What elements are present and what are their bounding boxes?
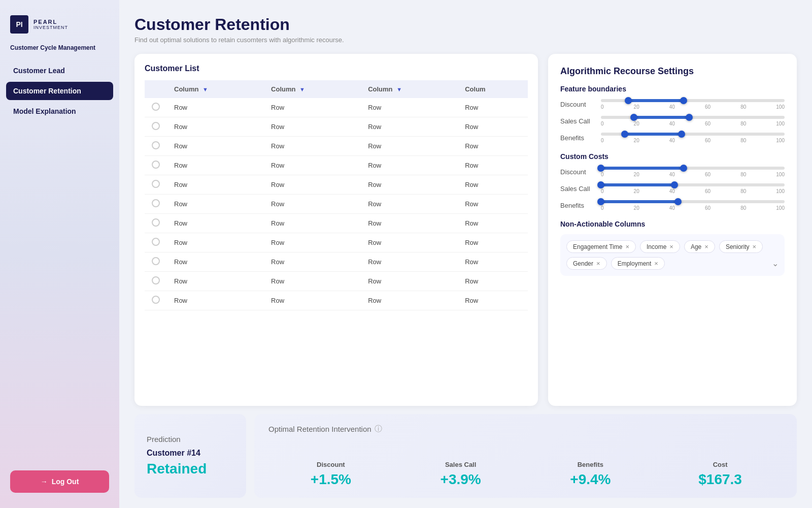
prediction-status: Retained: [147, 461, 234, 477]
row-radio[interactable]: [152, 257, 160, 265]
row-radio-cell[interactable]: [145, 156, 167, 175]
slider-track[interactable]: [601, 116, 785, 119]
tag-remove-icon[interactable]: ×: [625, 243, 629, 250]
table-cell: Row: [458, 233, 528, 252]
table-row[interactable]: RowRowRowRow: [145, 195, 528, 214]
tag-employment: Employment×: [611, 257, 665, 270]
row-radio-cell[interactable]: [145, 98, 167, 117]
tag-remove-icon[interactable]: ×: [669, 243, 673, 250]
tag-remove-icon[interactable]: ×: [704, 243, 708, 250]
slider-track-wrap[interactable]: 020406080100: [601, 116, 785, 126]
table-cell: Row: [458, 291, 528, 310]
slider-row-benefits: Benefits020406080100: [560, 200, 785, 211]
slider-track-wrap[interactable]: 020406080100: [601, 133, 785, 143]
slider-track-wrap[interactable]: 020406080100: [601, 200, 785, 211]
row-radio[interactable]: [152, 276, 160, 284]
table-header-col3[interactable]: Column ▼: [361, 80, 458, 98]
slider-thumb-left[interactable]: [621, 131, 628, 138]
slider-thumb-left[interactable]: [625, 97, 632, 104]
tag-label: Age: [691, 243, 701, 250]
slider-track-wrap[interactable]: 020406080100: [601, 99, 785, 110]
slider-track-wrap[interactable]: 020406080100: [601, 167, 785, 177]
row-radio-cell[interactable]: [145, 117, 167, 137]
sidebar-item-customer-retention[interactable]: Customer Retention: [6, 82, 113, 100]
table-cell: Row: [458, 156, 528, 175]
row-radio[interactable]: [152, 161, 160, 169]
table-cell: Row: [167, 156, 264, 175]
sidebar-item-model-explanation[interactable]: Model Explanation: [6, 102, 113, 120]
tag-remove-icon[interactable]: ×: [596, 260, 600, 267]
slider-thumb-left[interactable]: [630, 114, 637, 121]
slider-thumb-right[interactable]: [680, 165, 687, 172]
table-row[interactable]: RowRowRowRow: [145, 272, 528, 291]
slider-track-wrap[interactable]: 020406080100: [601, 183, 785, 194]
row-radio-cell[interactable]: [145, 137, 167, 156]
slider-label: Sales Call: [560, 117, 596, 125]
slider-track[interactable]: [601, 133, 785, 136]
row-radio[interactable]: [152, 199, 160, 207]
logo-brand: PEARL: [33, 19, 68, 25]
table-row[interactable]: RowRowRowRow: [145, 98, 528, 117]
slider-track[interactable]: [601, 99, 785, 102]
table-cell: Row: [167, 252, 264, 272]
table-cell: Row: [361, 156, 458, 175]
tag-remove-icon[interactable]: ×: [654, 260, 658, 267]
table-cell: Row: [167, 214, 264, 233]
row-radio-cell[interactable]: [145, 252, 167, 272]
table-cell: Row: [264, 291, 361, 310]
row-radio[interactable]: [152, 218, 160, 227]
row-radio[interactable]: [152, 180, 160, 188]
table-row[interactable]: RowRowRowRow: [145, 137, 528, 156]
prediction-customer: Customer #14: [147, 449, 234, 458]
slider-thumb-right[interactable]: [680, 97, 687, 104]
table-row[interactable]: RowRowRowRow: [145, 291, 528, 310]
row-radio-cell[interactable]: [145, 291, 167, 310]
intervention-col-discount: Discount+1.5%: [268, 461, 393, 488]
row-radio[interactable]: [152, 141, 160, 149]
filter-icon-1[interactable]: ▼: [202, 86, 208, 92]
tags-expand-icon[interactable]: ⌄: [772, 259, 779, 268]
filter-icon-2[interactable]: ▼: [299, 86, 305, 92]
slider-thumb-left[interactable]: [597, 181, 604, 188]
tag-label: Engagement Time: [573, 243, 622, 250]
table-header-col1[interactable]: Column ▼: [167, 80, 264, 98]
row-radio-cell[interactable]: [145, 195, 167, 214]
filter-icon-3[interactable]: ▼: [396, 86, 402, 92]
table-row[interactable]: RowRowRowRow: [145, 252, 528, 272]
row-radio-cell[interactable]: [145, 272, 167, 291]
table-row[interactable]: RowRowRowRow: [145, 156, 528, 175]
row-radio[interactable]: [152, 296, 160, 304]
table-row[interactable]: RowRowRowRow: [145, 214, 528, 233]
tag-remove-icon[interactable]: ×: [753, 243, 757, 250]
row-radio[interactable]: [152, 103, 160, 111]
table-cell: Row: [458, 195, 528, 214]
sidebar-nav: Customer Lead Customer Retention Model E…: [0, 57, 119, 124]
intervention-col-value: +1.5%: [268, 471, 393, 488]
logout-button[interactable]: → Log Out: [10, 470, 109, 493]
slider-thumb-right[interactable]: [678, 131, 685, 138]
slider-thumb-right[interactable]: [686, 114, 693, 121]
row-radio[interactable]: [152, 122, 160, 130]
tag-income: Income×: [640, 240, 680, 253]
table-row[interactable]: RowRowRowRow: [145, 175, 528, 195]
slider-track[interactable]: [601, 183, 785, 186]
sidebar-item-customer-lead[interactable]: Customer Lead: [6, 61, 113, 80]
table-header-col2[interactable]: Column ▼: [264, 80, 361, 98]
table-row[interactable]: RowRowRowRow: [145, 117, 528, 137]
table-row[interactable]: RowRowRowRow: [145, 233, 528, 252]
row-radio-cell[interactable]: [145, 214, 167, 233]
row-radio-cell[interactable]: [145, 233, 167, 252]
slider-track[interactable]: [601, 200, 785, 203]
slider-thumb-right[interactable]: [671, 181, 678, 188]
slider-thumb-left[interactable]: [597, 198, 604, 205]
table-cell: Row: [361, 195, 458, 214]
slider-thumb-right[interactable]: [674, 198, 682, 205]
row-radio[interactable]: [152, 238, 160, 246]
slider-track[interactable]: [601, 167, 785, 170]
slider-thumb-left[interactable]: [597, 165, 604, 172]
slider-row-sales-call: Sales Call020406080100: [560, 183, 785, 194]
table-cell: Row: [167, 272, 264, 291]
customer-list-title: Customer List: [145, 64, 528, 73]
table-cell: Row: [458, 98, 528, 117]
row-radio-cell[interactable]: [145, 175, 167, 195]
